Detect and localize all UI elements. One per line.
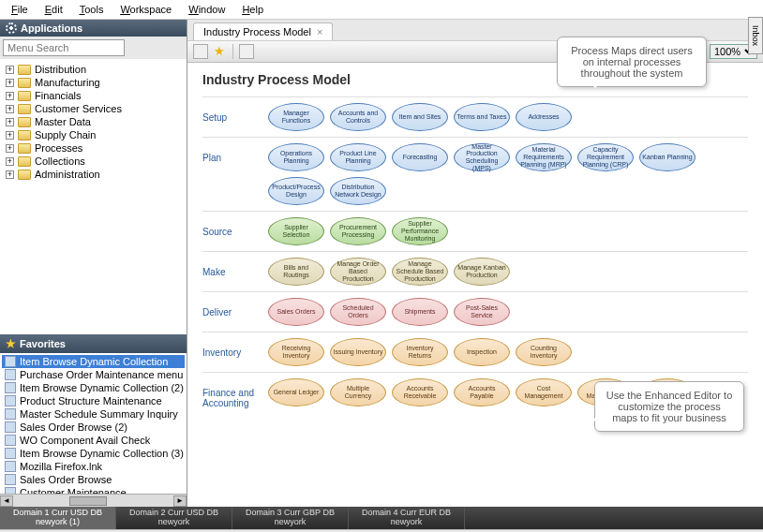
process-node[interactable]: Manager Functions — [268, 103, 324, 131]
section-setup: SetupManager FunctionsAccounts and Contr… — [202, 96, 748, 137]
tree-item-administration[interactable]: +Administration — [4, 168, 183, 181]
process-node[interactable]: Capacity Requirement Planning (CRP) — [577, 143, 634, 171]
process-node[interactable]: Master Production Scheduling (MPS) — [454, 143, 510, 171]
process-node[interactable]: Receiving Inventory — [268, 338, 324, 366]
tree-label: Supply Chain — [35, 129, 96, 140]
tree-item-supply-chain[interactable]: +Supply Chain — [4, 128, 183, 141]
process-node[interactable]: Accounts Receivable — [392, 378, 448, 406]
folder-icon — [18, 65, 31, 75]
process-node[interactable]: Kanban Planning — [639, 143, 696, 171]
process-node[interactable]: Cost Management — [516, 378, 572, 406]
close-icon[interactable]: × — [317, 26, 322, 37]
folder-icon — [18, 91, 31, 101]
favorite-item[interactable]: Item Browse Dynamic Collection (3) — [2, 447, 185, 460]
favorite-item[interactable]: Item Browse Dynamic Collection — [2, 355, 185, 368]
process-node[interactable]: Addresses — [516, 103, 572, 131]
scroll-thumb[interactable] — [69, 496, 107, 506]
expand-icon[interactable]: + — [6, 105, 14, 113]
tree-item-distribution[interactable]: +Distribution — [4, 63, 183, 76]
tree-item-master-data[interactable]: +Master Data — [4, 115, 183, 128]
process-node[interactable]: Manage Kanban Production — [454, 258, 510, 286]
process-node[interactable]: Accounts Payable — [454, 378, 510, 406]
process-node[interactable]: Manage Order Based Production — [330, 258, 386, 286]
tree-label: Collections — [35, 155, 85, 167]
section-label: Setup — [202, 103, 268, 123]
menu-workspace[interactable]: Workspace — [112, 2, 179, 17]
favorite-item[interactable]: Sales Order Browse — [2, 473, 185, 486]
process-node[interactable]: Issuing Inventory — [330, 338, 386, 366]
favorite-icon[interactable]: ★ — [214, 45, 227, 58]
expand-icon[interactable]: + — [6, 131, 14, 140]
menu-window[interactable]: Window — [181, 2, 232, 17]
favorite-item[interactable]: Item Browse Dynamic Collection (2) — [2, 381, 185, 394]
tree-item-manufacturing[interactable]: +Manufacturing — [4, 76, 183, 89]
expand-icon[interactable]: + — [6, 118, 14, 126]
scroll-left-button[interactable]: ◄ — [0, 495, 13, 507]
process-node[interactable]: Shipments — [392, 298, 448, 326]
expand-icon[interactable]: + — [6, 92, 14, 100]
section-deliver: DeliverSales OrdersScheduled OrdersShipm… — [202, 291, 748, 332]
menu-file[interactable]: File — [4, 2, 36, 17]
process-node[interactable]: Forecasting — [392, 143, 448, 171]
expand-icon[interactable]: + — [6, 157, 14, 166]
process-node[interactable]: Inventory Returns — [392, 338, 448, 366]
favorite-item[interactable]: Purchase Order Maintenance menu coll — [2, 368, 185, 381]
print-button[interactable] — [239, 44, 254, 59]
inbox-tab[interactable]: Inbox — [748, 17, 763, 54]
favorite-item[interactable]: Mozilla Firefox.lnk — [2, 460, 185, 473]
process-node[interactable]: Supplier Performance Monitoring — [392, 217, 448, 245]
expand-icon[interactable]: + — [6, 170, 14, 179]
process-node[interactable]: Post-Sales Service — [454, 298, 510, 326]
process-node[interactable]: Inspection — [454, 338, 510, 366]
favorite-item[interactable]: Master Schedule Summary Inquiry — [2, 407, 185, 421]
tree-item-processes[interactable]: +Processes — [4, 141, 183, 155]
h-scrollbar[interactable]: ◄ ► — [0, 494, 187, 507]
process-node[interactable]: Material Requirements Planning (MRP) — [516, 143, 572, 171]
tab-label: Industry Process Model — [203, 26, 311, 37]
tab-industry-process-model[interactable]: Industry Process Model × — [193, 22, 333, 40]
favorite-item[interactable]: Customer Maintenance — [2, 486, 185, 494]
process-node[interactable]: Item and Sites — [392, 103, 448, 131]
content-area: Industry Process Model × ★ 100% Industry… — [187, 20, 763, 507]
expand-icon[interactable]: + — [6, 144, 14, 153]
tree-label: Financials — [35, 90, 82, 101]
process-node[interactable]: Product/Process Design — [268, 177, 324, 205]
favorite-item[interactable]: Product Structure Maintenance — [2, 394, 185, 407]
menu-search-input[interactable] — [3, 39, 125, 56]
expand-icon[interactable]: + — [6, 79, 14, 87]
process-node[interactable]: Supplier Selection — [268, 217, 324, 245]
favorite-item[interactable]: Sales Order Browse (2) — [2, 421, 185, 434]
callout-enhanced-editor: Use the Enhanced Editor to customize the… — [594, 381, 744, 432]
domain-tab[interactable]: Domain 1 Curr USD DBnewyork (1) — [0, 507, 116, 529]
domain-tab[interactable]: Domain 3 Curr GBP DBnewyork — [232, 507, 349, 529]
process-node[interactable]: Terms and Taxes — [454, 103, 510, 131]
section-label: Make — [202, 258, 268, 277]
process-node[interactable]: Operations Planning — [268, 143, 324, 171]
domain-tab[interactable]: Domain 4 Curr EUR DBnewyork — [349, 507, 465, 529]
process-node[interactable]: Multiple Currency — [330, 378, 386, 406]
menu-tools[interactable]: Tools — [72, 2, 112, 17]
process-node[interactable]: General Ledger — [268, 378, 324, 406]
process-node[interactable]: Manage Schedule Based Production — [392, 258, 448, 286]
process-node[interactable]: Scheduled Orders — [330, 298, 386, 326]
expand-icon[interactable]: + — [6, 66, 14, 74]
process-node[interactable]: Product Line Planning — [330, 143, 386, 171]
process-node[interactable]: Distribution Network Design — [330, 177, 386, 205]
favorite-label: Customer Maintenance — [20, 487, 127, 494]
menu-help[interactable]: Help — [234, 2, 271, 17]
favorite-item[interactable]: WO Component Avail Check — [2, 434, 185, 447]
domain-tab[interactable]: Domain 2 Curr USD DBnewyork — [116, 507, 232, 529]
tree-item-collections[interactable]: +Collections — [4, 155, 183, 168]
process-node[interactable]: Counting Inventory — [516, 338, 572, 366]
process-node[interactable]: Bills and Routings — [268, 258, 324, 286]
process-node[interactable]: Sales Orders — [268, 298, 324, 326]
tree-item-customer-services[interactable]: +Customer Services — [4, 102, 183, 115]
process-node[interactable]: Procurement Processing — [330, 217, 386, 245]
callout-process-maps: Process Maps direct users on internal pr… — [557, 37, 707, 87]
toolbar-button-1[interactable] — [193, 44, 208, 59]
menu-edit[interactable]: Edit — [37, 2, 70, 17]
process-node[interactable]: Accounts and Controls — [330, 103, 386, 131]
tree-item-financials[interactable]: +Financials — [4, 89, 183, 102]
favorite-label: Purchase Order Maintenance menu coll — [20, 369, 185, 380]
scroll-right-button[interactable]: ► — [173, 495, 187, 507]
